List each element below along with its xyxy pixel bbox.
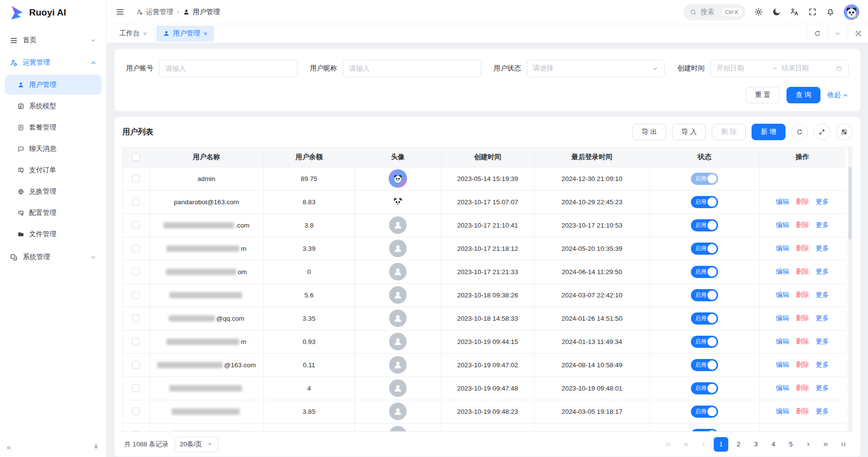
edit-link[interactable]: 编辑 [776,291,789,298]
status-toggle[interactable]: 启用 [691,312,718,325]
edit-link[interactable]: 编辑 [776,338,789,345]
brand[interactable]: Ruoyi AI [0,0,106,25]
breadcrumb-item-operations[interactable]: 运营管理 [136,8,173,16]
dark-mode-moon-icon[interactable] [772,7,781,16]
add-button[interactable]: 新 增 [752,124,786,140]
back-five-pages-button[interactable] [679,437,693,452]
import-button[interactable]: 导 入 [672,124,706,140]
row-checkbox[interactable] [132,314,140,322]
previous-page-button[interactable] [696,437,711,452]
table-fullscreen-button[interactable] [814,124,830,140]
sidebar-item-operations[interactable]: 运营管理 [5,52,101,73]
fullscreen-icon[interactable] [808,7,817,16]
status-select[interactable]: 请选择 [527,60,665,77]
status-toggle[interactable]: 启用 [691,196,718,208]
settings-gear-icon[interactable] [754,7,763,16]
status-toggle[interactable]: 启用 [691,219,718,231]
tab-options-button[interactable] [827,24,848,43]
row-checkbox[interactable] [132,361,140,369]
delete-link[interactable]: 删除 [796,338,809,345]
breadcrumb-item-user-management[interactable]: 用户管理 [183,8,220,16]
edit-link[interactable]: 编辑 [776,431,789,431]
select-all-checkbox[interactable] [132,153,140,161]
next-page-button[interactable] [801,437,816,452]
edit-link[interactable]: 编辑 [776,245,789,252]
more-link[interactable]: 更多 [816,245,829,252]
first-page-button[interactable] [661,437,676,452]
more-link[interactable]: 更多 [816,314,829,322]
delete-link[interactable]: 删除 [796,361,809,368]
status-toggle[interactable]: 启用 [691,429,718,432]
status-toggle[interactable]: 启用 [691,359,718,371]
delete-link[interactable]: 删除 [796,291,809,298]
page-number-4[interactable]: 4 [766,437,781,452]
row-checkbox[interactable] [132,175,140,182]
content-fullscreen-button[interactable] [848,24,868,43]
delete-link[interactable]: 删除 [796,314,809,322]
sidebar-item-payment-orders[interactable]: 支付订单 [5,160,101,180]
hamburger-icon[interactable] [115,7,125,16]
status-toggle[interactable]: 启用 [691,406,718,418]
row-checkbox[interactable] [132,198,140,206]
status-toggle[interactable]: 启用 [691,243,718,255]
edit-link[interactable]: 编辑 [776,384,789,392]
edit-link[interactable]: 编辑 [776,268,789,275]
nickname-input[interactable] [343,60,481,77]
column-settings-button[interactable] [836,124,852,140]
date-range-picker[interactable]: 开始日期 结束日期 [710,60,849,77]
row-checkbox[interactable] [132,384,140,392]
forward-five-pages-button[interactable] [819,437,833,452]
edit-link[interactable]: 编辑 [776,408,789,415]
status-toggle[interactable]: 启用 [691,382,718,394]
more-link[interactable]: 更多 [816,361,829,368]
page-number-3[interactable]: 3 [749,437,763,452]
sidebar-collapse-button[interactable]: « [7,443,11,451]
sidebar-item-system-management[interactable]: 系统管理 [5,247,101,267]
edit-link[interactable]: 编辑 [776,221,789,228]
sidebar-item-home[interactable]: 首页 [5,30,101,50]
edit-link[interactable]: 编辑 [776,198,789,205]
tab-user-management[interactable]: 用户管理 × [156,26,214,42]
delete-link[interactable]: 删除 [796,198,809,205]
close-icon[interactable]: × [204,30,208,37]
status-toggle[interactable]: 启用 [691,266,718,278]
refresh-table-button[interactable] [791,124,808,140]
delete-link[interactable]: 删除 [796,245,809,252]
sidebar-item-user-management[interactable]: 用户管理 [5,75,101,95]
sidebar-item-system-model[interactable]: 系统模型 [5,96,101,116]
collapse-filter-link[interactable]: 收起 [827,91,849,99]
delete-link[interactable]: 删除 [796,408,809,415]
delete-link[interactable]: 删除 [796,384,809,392]
reset-button[interactable]: 重 置 [746,87,780,103]
sidebar-item-chat-messages[interactable]: 聊天消息 [5,139,101,159]
page-number-1[interactable]: 1 [714,437,728,452]
delete-link[interactable]: 删除 [796,431,809,431]
scrollbar-thumb[interactable] [849,167,852,240]
pin-icon[interactable] [93,443,99,450]
sidebar-item-config-management[interactable]: 配置管理 [5,203,101,223]
user-avatar[interactable] [844,4,859,20]
row-checkbox[interactable] [132,245,140,252]
sidebar-item-redeem-management[interactable]: 兑换管理 [5,181,101,201]
more-link[interactable]: 更多 [816,384,829,392]
more-link[interactable]: 更多 [816,431,829,431]
row-checkbox[interactable] [132,291,140,299]
more-link[interactable]: 更多 [816,291,829,298]
sidebar-item-package-management[interactable]: 套餐管理 [5,117,101,137]
delete-link[interactable]: 删除 [796,221,809,228]
status-toggle[interactable]: 启用 [691,336,718,348]
status-toggle[interactable]: 启用 [691,173,718,185]
page-number-5[interactable]: 5 [784,437,798,452]
export-button[interactable]: 导 出 [632,124,666,140]
edit-link[interactable]: 编辑 [776,314,789,322]
delete-button[interactable]: 删 除 [712,124,746,140]
page-size-select[interactable]: 20条/页 [175,437,219,452]
page-number-2[interactable]: 2 [731,437,746,452]
row-checkbox[interactable] [132,268,140,276]
more-link[interactable]: 更多 [816,408,829,415]
tab-workbench[interactable]: 工作台 × [113,24,154,43]
table-scrollbar[interactable] [848,147,852,431]
sidebar-item-file-management[interactable]: 文件管理 [5,224,101,244]
row-checkbox[interactable] [132,431,140,431]
row-checkbox[interactable] [132,408,140,415]
